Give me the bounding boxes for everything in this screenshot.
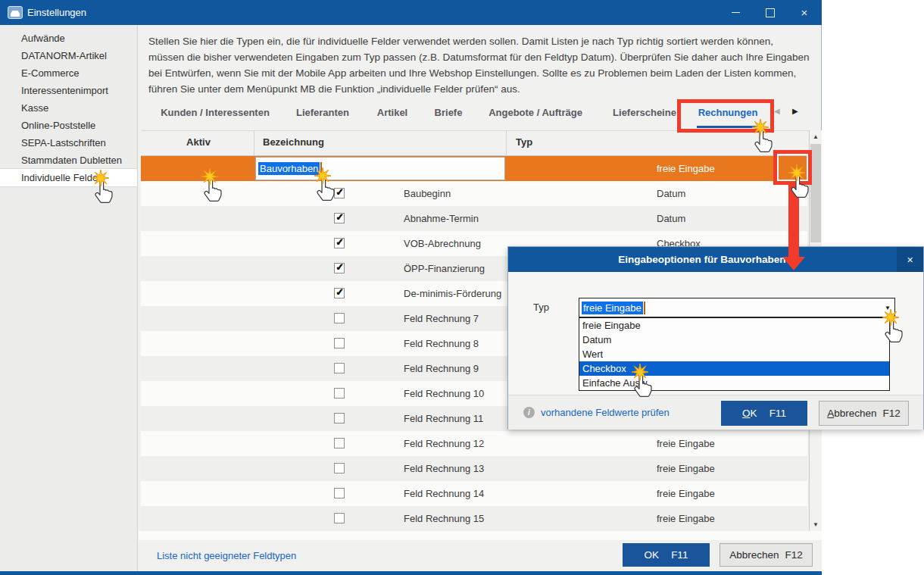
app-icon	[8, 6, 23, 19]
dropdown-option-checkbox[interactable]: Checkbox	[579, 361, 889, 376]
aktiv-checkbox[interactable]	[334, 413, 345, 423]
typ-dropdown-list: freie EingabeDatumWertCheckboxEinfache A…	[579, 317, 890, 391]
combobox-dropdown-icon[interactable]: ▼	[885, 305, 891, 311]
window-bottom-border	[0, 571, 822, 575]
scroll-down-icon[interactable]: ▼	[810, 518, 822, 531]
text-caret	[320, 162, 322, 175]
table-row[interactable]: Feld Rechnung 12freie Eingabe…	[141, 431, 807, 456]
typ-cell: freie Eingabe	[657, 481, 715, 506]
sidebar-item-datanorm-artikel[interactable]: DATANORM-Artikel	[0, 47, 137, 64]
column-header-aktiv: Aktiv	[186, 136, 211, 148]
tab-briefe[interactable]: Briefe	[435, 105, 463, 120]
table-bottom-gap	[139, 531, 822, 540]
dropdown-option-wert[interactable]: Wert	[579, 347, 889, 361]
sidebar-item-interessentenimport[interactable]: Interessentenimport	[0, 82, 137, 99]
annotation-arrow-down	[777, 185, 810, 271]
aktiv-checkbox[interactable]: ✓	[334, 213, 345, 223]
aktiv-checkbox[interactable]	[334, 313, 345, 323]
close-icon: ×	[801, 0, 808, 25]
aktiv-checkbox[interactable]	[334, 438, 345, 448]
maximize-button[interactable]	[753, 0, 788, 25]
header-divider	[506, 130, 507, 155]
sidebar-item-sepa-lastschriften[interactable]: SEPA-Lastschriften	[0, 134, 137, 152]
unsuitable-fieldtypes-link[interactable]: Liste nicht geeigneter Feldtypen	[157, 540, 296, 571]
column-header-bezeichnung: Bezeichnung	[263, 136, 324, 148]
sidebar-item-online-poststelle[interactable]: Online-Poststelle	[0, 117, 137, 134]
combobox-value: freie Eingabe	[582, 302, 643, 314]
text-caret	[644, 302, 645, 314]
aktiv-checkbox[interactable]	[334, 388, 345, 398]
bezeichnung-cell: Feld Rechnung 12	[404, 431, 484, 456]
info-icon: i	[523, 407, 535, 418]
dialog-close-button[interactable]: ×	[897, 247, 923, 272]
annotation-box-rechnungen	[677, 99, 774, 133]
aktiv-checkbox[interactable]	[334, 338, 345, 348]
dialog-title: Eingabeoptionen für Bauvorhaben	[508, 247, 896, 272]
check-icon: ✓	[336, 236, 344, 248]
intro-text: Stellen Sie hier die Typen ein, die für …	[148, 33, 810, 97]
table-row[interactable]: Feld Rechnung 14freie Eingabe…	[141, 481, 807, 506]
aktiv-checkbox[interactable]: ✓	[334, 188, 345, 198]
dropdown-option-datum[interactable]: Datum	[579, 333, 889, 347]
dialog-ok-button[interactable]: OK F11	[721, 401, 807, 426]
column-header-typ: Typ	[516, 136, 532, 148]
bezeichnung-cell: Baubeginn	[404, 181, 451, 206]
bezeichnung-cell: Feld Rechnung 15	[404, 506, 484, 531]
typ-field-label: Typ	[533, 298, 549, 317]
ok-button[interactable]: OK F11	[623, 543, 710, 567]
check-icon: ✓	[336, 286, 344, 298]
aktiv-checkbox[interactable]	[334, 463, 345, 473]
dropdown-option-einfache-ausw[interactable]: Einfache Ausw	[579, 376, 889, 390]
table-row[interactable]: ✓Abnahme-TerminDatum…	[141, 206, 807, 231]
bezeichnung-cell: Feld Rechnung 13	[404, 456, 484, 481]
bezeichnung-cell: Feld Rechnung 9	[404, 356, 479, 381]
table-row[interactable]: ✓Bauvorhabenfreie Eingabe…	[141, 156, 807, 181]
input-options-dialog: Eingabeoptionen für Bauvorhaben × Typ fr…	[507, 246, 924, 430]
tab-lieferanten[interactable]: Lieferanten	[296, 105, 349, 120]
tab-angebote-auftr-ge[interactable]: Angebote / Aufträge	[489, 105, 582, 120]
table-row[interactable]: Feld Rechnung 15freie Eingabe…	[141, 506, 807, 531]
aktiv-checkbox[interactable]: ✓	[334, 238, 345, 248]
sidebar-item-kasse[interactable]: Kasse	[0, 99, 137, 117]
close-button[interactable]: ×	[787, 0, 822, 25]
typ-combobox[interactable]: freie Eingabe ▼	[579, 298, 895, 317]
aktiv-checkbox[interactable]: ✓	[334, 263, 345, 273]
scroll-up-icon[interactable]: ▲	[810, 130, 822, 143]
tab-artikel[interactable]: Artikel	[377, 105, 407, 120]
sidebar-item-stammdaten-dubletten[interactable]: Stammdaten Dubletten	[0, 152, 137, 169]
bezeichnung-cell: Feld Rechnung 7	[404, 306, 479, 331]
typ-cell: freie Eingabe	[657, 456, 715, 481]
typ-cell: freie Eingabe	[657, 431, 715, 456]
bezeichnung-cell: Feld Rechnung 8	[404, 331, 479, 356]
sidebar-item-e-commerce[interactable]: E-Commerce	[0, 64, 137, 82]
aktiv-checkbox[interactable]: ✓	[334, 288, 345, 298]
minimize-icon	[732, 12, 740, 13]
bezeichnung-cell: ÖPP-Finanzierung	[404, 256, 485, 281]
table-row[interactable]: ✓BaubeginnDatum…	[141, 181, 807, 206]
bezeichnung-cell: Abnahme-Termin	[404, 206, 479, 231]
dialog-cancel-button[interactable]: Abbrechen F12	[819, 401, 909, 426]
bezeichnung-cell: VOB-Abrechnung	[404, 231, 481, 256]
aktiv-checkbox[interactable]	[334, 363, 345, 373]
dialog-titlebar: Eingabeoptionen für Bauvorhaben ×	[508, 247, 923, 272]
minimize-button[interactable]	[718, 0, 753, 25]
aktiv-checkbox[interactable]	[334, 488, 345, 498]
scrollbar-thumb[interactable]	[810, 144, 821, 242]
check-fieldvalues-link[interactable]: vorhandene Feldwerte prüfen	[541, 395, 670, 430]
tab-scroll-left-icon[interactable]: ◀	[774, 107, 780, 115]
sidebar-item-individuelle-felder[interactable]: Individuelle Felder	[0, 168, 137, 187]
aktiv-checkbox[interactable]	[334, 513, 345, 523]
check-icon: ✓	[336, 211, 344, 223]
dropdown-option-freie-eingabe[interactable]: freie Eingabe	[579, 318, 889, 333]
tab-lieferscheine[interactable]: Lieferscheine	[613, 105, 676, 120]
header-divider	[254, 130, 254, 155]
table-row[interactable]: Feld Rechnung 13freie Eingabe…	[141, 456, 807, 481]
check-icon: ✓	[336, 261, 344, 273]
tab-kunden-interessenten[interactable]: Kunden / Interessenten	[161, 105, 270, 120]
annotation-box-ellipsis	[773, 150, 812, 185]
cancel-button[interactable]: Abbrechen F12	[720, 543, 813, 567]
sidebar-item-aufw-nde[interactable]: Aufwände	[0, 30, 137, 47]
typ-cell: freie Eingabe	[657, 506, 715, 531]
bezeichnung-edit-field[interactable]: Bauvorhaben	[255, 157, 505, 180]
tab-scroll-right-icon[interactable]: ▶	[792, 107, 798, 115]
